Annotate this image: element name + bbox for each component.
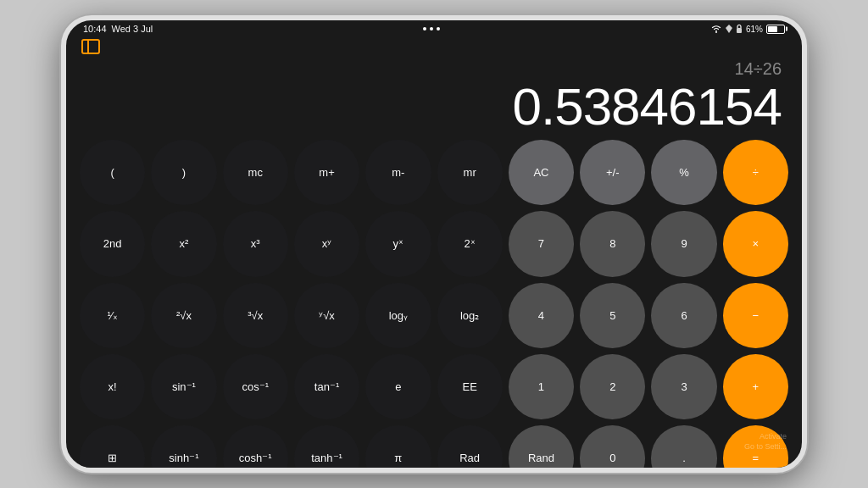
btn-3[interactable]: 3 (651, 354, 716, 419)
btn-inv-x[interactable]: ¹⁄ₓ (80, 283, 145, 348)
btn-7[interactable]: 7 (509, 211, 574, 276)
btn-tanh-inv[interactable]: tanh⁻¹ (294, 425, 359, 473)
btn-mr[interactable]: mr (437, 140, 503, 205)
calculator-body: 14÷26 0.53846154 ()mcm+m-mrAC+/-%÷2ndx²x… (66, 56, 802, 473)
btn-sinh-inv[interactable]: sinh⁻¹ (151, 425, 216, 473)
expression: 14÷26 (735, 59, 782, 79)
btn-decimal[interactable]: . (651, 425, 716, 473)
battery-fill (768, 26, 777, 32)
btn-log-2[interactable]: log₂ (437, 283, 503, 348)
btn-6[interactable]: 6 (651, 283, 716, 348)
btn-plus-minus[interactable]: +/- (580, 140, 645, 205)
wifi-icon (710, 25, 722, 33)
sidebar-toggle-area (66, 37, 802, 56)
btn-open-paren[interactable]: ( (80, 140, 145, 205)
btn-9[interactable]: 9 (651, 211, 716, 276)
btn-2nd-root-x[interactable]: ²√x (151, 283, 216, 348)
btn-cos-inv[interactable]: cos⁻¹ (223, 354, 288, 419)
btn-mc[interactable]: mc (223, 140, 288, 205)
btn-multiply[interactable]: × (723, 211, 788, 276)
btn-log-y[interactable]: logᵧ (365, 283, 431, 348)
status-bar: 10:44 Wed 3 Jul 61% (66, 20, 802, 37)
buttons-grid: ()mcm+m-mrAC+/-%÷2ndx²x³xʸyˣ2ˣ789×¹⁄ₓ²√x… (80, 140, 788, 473)
btn-close-paren[interactable]: ) (151, 140, 216, 205)
btn-x-y[interactable]: xʸ (294, 211, 359, 276)
tablet-frame: 10:44 Wed 3 Jul 61% (61, 15, 807, 473)
btn-y-x[interactable]: yˣ (365, 211, 431, 276)
btn-2nd[interactable]: 2nd (80, 211, 145, 276)
btn-sin-inv[interactable]: sin⁻¹ (151, 354, 216, 419)
btn-tan-inv[interactable]: tan⁻¹ (294, 354, 359, 419)
activate-watermark: Activate Go to Setti... (744, 431, 787, 452)
lock-icon (736, 25, 743, 33)
location-icon (726, 25, 732, 33)
btn-x-factorial[interactable]: x! (80, 354, 145, 419)
btn-rand[interactable]: Rand (509, 425, 574, 473)
main-result: 0.53846154 (512, 80, 782, 133)
btn-pi[interactable]: π (365, 425, 431, 473)
battery-percent: 61% (746, 25, 763, 34)
dot2 (430, 27, 433, 30)
btn-3rd-root-x[interactable]: ³√x (223, 283, 288, 348)
btn-cosh-inv[interactable]: cosh⁻¹ (223, 425, 288, 473)
btn-x-cubed[interactable]: x³ (223, 211, 288, 276)
sidebar-icon[interactable] (81, 39, 100, 54)
btn-x-squared[interactable]: x² (151, 211, 216, 276)
btn-m-minus[interactable]: m- (365, 140, 431, 205)
status-center (423, 27, 440, 30)
display-area: 14÷26 0.53846154 (80, 56, 788, 140)
btn-ac[interactable]: AC (509, 140, 574, 205)
btn-1[interactable]: 1 (509, 354, 574, 419)
status-right: 61% (710, 25, 785, 34)
date: Wed 3 Jul (112, 24, 153, 34)
btn-2[interactable]: 2 (580, 354, 645, 419)
btn-0[interactable]: 0 (580, 425, 645, 473)
btn-m-plus[interactable]: m+ (294, 140, 359, 205)
svg-rect-0 (737, 28, 742, 33)
btn-EE[interactable]: EE (437, 354, 503, 419)
dot3 (437, 27, 440, 30)
status-left: 10:44 Wed 3 Jul (83, 24, 153, 34)
btn-y-root-x[interactable]: ʸ√x (294, 283, 359, 348)
btn-add[interactable]: + (723, 354, 788, 419)
btn-2-x[interactable]: 2ˣ (437, 211, 503, 276)
btn-5[interactable]: 5 (580, 283, 645, 348)
battery-icon (766, 25, 785, 34)
dot1 (423, 27, 426, 30)
btn-divide[interactable]: ÷ (723, 140, 788, 205)
btn-subtract[interactable]: − (723, 283, 788, 348)
btn-e[interactable]: e (365, 354, 431, 419)
btn-4[interactable]: 4 (509, 283, 574, 348)
btn-rad[interactable]: Rad (437, 425, 503, 473)
btn-percent[interactable]: % (651, 140, 716, 205)
btn-8[interactable]: 8 (580, 211, 645, 276)
btn-grid-icon[interactable]: ⊞ (80, 425, 145, 473)
time: 10:44 (83, 24, 107, 34)
